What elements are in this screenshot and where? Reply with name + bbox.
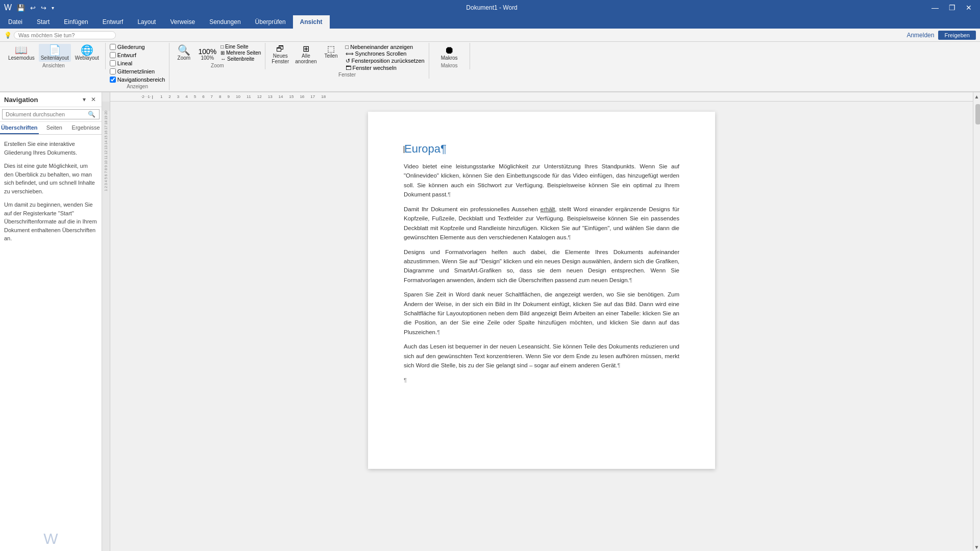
tab-start[interactable]: Start — [30, 15, 57, 29]
nav-logo-area: W — [0, 526, 102, 551]
navigationsbereich-label: Navigationsbereich — [117, 77, 165, 83]
seitenbreite-button[interactable]: ↔ Seitenbreite — [220, 56, 261, 62]
tab-sendungen[interactable]: Sendungen — [202, 15, 248, 29]
sync-scrollen-button[interactable]: ⟺ Synchrones Scrollen — [346, 51, 425, 57]
lineal-checkbox[interactable] — [110, 60, 116, 66]
neues-fenster-button[interactable]: 🗗 NeuesFenster — [270, 44, 291, 65]
alle-anordnen-icon: ⊞ — [303, 45, 309, 53]
doc-para-3: Designs und Formatvorlagen helfen auch d… — [404, 247, 679, 285]
fenster-wechseln-button[interactable]: 🗔 Fenster wechseln — [346, 65, 425, 71]
gitternetz-label: Gitternetzlinien — [117, 68, 155, 74]
doc-para-2: Damit Ihr Dokument ein professionelles A… — [404, 205, 679, 242]
check-navigationsbereich[interactable]: Navigationsbereich — [110, 77, 165, 83]
entwurf-checkbox[interactable] — [110, 52, 116, 58]
nav-tab-ergebnisse[interactable]: Ergebnisse — [70, 122, 102, 134]
minimize-button[interactable]: — — [927, 3, 943, 13]
check-entwurf[interactable]: Entwurf — [110, 52, 136, 58]
tab-uberpruefen[interactable]: Überprüfen — [248, 15, 293, 29]
nav-tab-seiten[interactable]: Seiten — [39, 122, 70, 134]
underline-word: erhält — [541, 206, 555, 212]
nav-hint-2: Dies ist eine gute Möglichkeit, um den Ü… — [4, 162, 97, 195]
doc-para-4: Sparen Sie Zeit in Word dank neuer Schal… — [404, 290, 679, 337]
nav-tab-ueberschriften[interactable]: Überschriften — [0, 122, 39, 134]
gliederung-checkbox[interactable] — [110, 44, 116, 50]
document-area[interactable]: ·2· ·1· | 1 2 3 4 5 6 7 8 9 10 11 12 13 … — [110, 92, 973, 551]
group-fenster: 🗗 NeuesFenster ⊞ Alleanordnen ⬚ Teilen □… — [265, 43, 429, 79]
check-gliederung[interactable]: Gliederung — [110, 44, 145, 50]
tab-ansicht[interactable]: Ansicht — [293, 15, 330, 29]
nav-options-button[interactable]: ▾ — [81, 95, 87, 104]
teilen-button[interactable]: ⬚ Teilen — [321, 44, 341, 65]
nav-search-input[interactable] — [2, 109, 100, 119]
weblayout-icon: 🌐 — [81, 45, 93, 55]
tab-datei[interactable]: Datei — [1, 15, 30, 29]
nav-controls: ▾ ✕ — [81, 95, 97, 104]
scroll-thumb[interactable] — [975, 104, 980, 124]
tellme-input[interactable] — [14, 31, 116, 39]
doc-para-5: Auch das Lesen ist bequemer in der neuen… — [404, 342, 679, 370]
undo-button[interactable]: ↩ — [28, 3, 38, 13]
gliederung-label: Gliederung — [117, 44, 145, 50]
title-left: W 💾 ↩ ↪ ▾ — [4, 3, 56, 13]
zoom100-icon: 100% — [198, 48, 216, 55]
search-icon: 🔍 — [88, 111, 95, 118]
group-zoom: 🔍 Zoom 100% 100% □ Eine Seite ⊞ Mehrere … — [169, 43, 265, 69]
nav-hint-1: Erstellen Sie eine interaktive Gliederun… — [4, 140, 97, 157]
tab-einfuegen[interactable]: Einfügen — [57, 15, 95, 29]
makros-label: Makros — [441, 63, 458, 68]
lesemodus-icon: 📖 — [15, 45, 28, 55]
window-controls: — ❐ ✕ — [927, 3, 976, 13]
entwurf-label: Entwurf — [117, 52, 136, 58]
check-lineal[interactable]: Lineal — [110, 60, 132, 66]
zoom-button[interactable]: 🔍 Zoom — [174, 44, 194, 62]
nav-tabs: Überschriften Seiten Ergebnisse — [0, 122, 102, 135]
ribbon-tabs: Datei Start Einfügen Entwurf Layout Verw… — [0, 15, 980, 29]
save-button[interactable]: 💾 — [15, 3, 27, 13]
tellme-bar: 💡 Anmelden Freigeben — [0, 29, 980, 42]
mehrere-seiten-button[interactable]: ⊞ Mehrere Seiten — [220, 50, 261, 56]
tab-verweise[interactable]: Verweise — [163, 15, 202, 29]
redo-button[interactable]: ↪ — [39, 3, 48, 13]
doc-para-1: Video bietet eine leistungsstarke Möglic… — [404, 162, 679, 199]
ruler-horizontal: ·2· ·1· | 1 2 3 4 5 6 7 8 9 10 11 12 13 … — [110, 92, 973, 102]
seitenlayout-button[interactable]: 📄 Seitenlayout — [39, 44, 71, 62]
makros-icon: ⏺ — [444, 45, 454, 55]
teilen-icon: ⬚ — [327, 45, 335, 53]
makros-button[interactable]: ⏺ Makros — [439, 44, 460, 62]
scrollbar-vertical[interactable]: ▲ ▼ — [973, 92, 980, 551]
restore-button[interactable]: ❐ — [945, 3, 960, 13]
customize-qat-button[interactable]: ▾ — [50, 4, 56, 12]
document-page[interactable]: Europa¶ Video bietet eine leistungsstark… — [368, 112, 715, 469]
zoom-icon: 🔍 — [178, 45, 190, 55]
alle-anordnen-button[interactable]: ⊞ Alleanordnen — [293, 44, 318, 65]
ansichten-label: Ansichten — [42, 63, 65, 68]
anzeigen-label: Anzeigen — [127, 84, 148, 89]
seitenlayout-icon: 📄 — [48, 45, 61, 55]
eine-seite-button[interactable]: □ Eine Seite — [220, 44, 261, 49]
gitternetz-checkbox[interactable] — [110, 68, 116, 74]
weblayout-button[interactable]: 🌐 Weblayout — [73, 44, 101, 62]
zoom100-button[interactable]: 100% 100% — [196, 47, 218, 62]
close-button[interactable]: ✕ — [962, 3, 976, 13]
scroll-down-button[interactable]: ▼ — [973, 543, 980, 551]
tab-layout[interactable]: Layout — [130, 15, 163, 29]
lesemodus-button[interactable]: 📖 Lesemodus — [6, 44, 37, 62]
scroll-up-button[interactable]: ▲ — [973, 92, 980, 101]
tab-entwurf[interactable]: Entwurf — [95, 15, 131, 29]
nav-search-area: 🔍 — [0, 107, 102, 122]
share-button[interactable]: Freigeben — [938, 31, 976, 40]
signin-button[interactable]: Anmelden — [906, 32, 934, 39]
lineal-label: Lineal — [117, 60, 132, 66]
nebeneinander-button[interactable]: □ Nebeneinander anzeigen — [346, 44, 425, 50]
ribbon: Datei Start Einfügen Entwurf Layout Verw… — [0, 15, 980, 92]
zoom-label: Zoom — [211, 63, 224, 68]
group-ansichten: 📖 Lesemodus 📄 Seitenlayout 🌐 Weblayout A… — [2, 43, 106, 69]
check-gitternetz[interactable]: Gitternetzlinien — [110, 68, 155, 74]
main-area: Navigation ▾ ✕ 🔍 Überschriften Seiten Er… — [0, 92, 980, 551]
fensterpos-button[interactable]: ↺ Fensterposition zurücksetzen — [346, 58, 425, 64]
nav-body: Erstellen Sie eine interaktive Gliederun… — [0, 135, 102, 253]
group-makros: ⏺ Makros Makros — [429, 43, 470, 69]
nav-close-button[interactable]: ✕ — [89, 95, 97, 104]
navigationsbereich-checkbox[interactable] — [110, 77, 116, 83]
ruler-vertical: 1 2 3 4 5 6 7 8 9 10 11 12 13 14 15 16 1… — [102, 92, 110, 551]
